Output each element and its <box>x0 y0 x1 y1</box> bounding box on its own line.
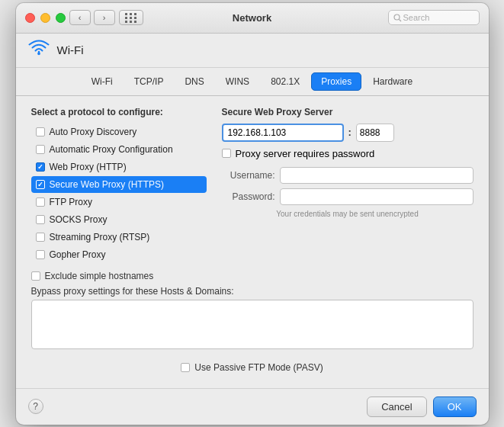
tab-8021x[interactable]: 802.1X <box>261 72 310 91</box>
protocol-list: Auto Proxy Discovery Automatic Proxy Con… <box>31 124 207 263</box>
checkbox-socks-proxy[interactable] <box>36 215 45 224</box>
protocol-name-ftp-proxy: FTP Proxy <box>50 197 92 207</box>
checkbox-gopher-proxy[interactable] <box>36 250 45 259</box>
password-input[interactable] <box>280 188 474 205</box>
requires-password-row[interactable]: Proxy server requires password <box>222 148 474 159</box>
left-column: Select a protocol to configure: Auto Pro… <box>31 107 207 263</box>
protocol-name-auto-proxy-discovery: Auto Proxy Discovery <box>50 127 137 137</box>
forward-button[interactable]: › <box>94 10 115 25</box>
main-content: Select a protocol to configure: Auto Pro… <box>16 96 489 388</box>
right-column: Secure Web Proxy Server : Proxy server r… <box>222 107 474 263</box>
checkbox-streaming-proxy[interactable] <box>36 233 45 242</box>
wifi-label: Wi-Fi <box>57 43 84 56</box>
checkbox-auto-proxy-config[interactable] <box>36 145 45 154</box>
tabs-row: Wi-Fi TCP/IP DNS WINS 802.1X Proxies Har… <box>16 68 489 96</box>
titlebar: ‹ › Network Search <box>16 3 489 34</box>
checkbox-secure-web-proxy[interactable] <box>36 180 45 189</box>
username-input[interactable] <box>280 167 474 184</box>
help-button[interactable]: ? <box>28 399 43 414</box>
passive-ftp-label: Use Passive FTP Mode (PASV) <box>194 362 323 373</box>
protocol-item-secure-web-proxy[interactable]: Secure Web Proxy (HTTPS) <box>31 176 207 193</box>
two-column-layout: Select a protocol to configure: Auto Pro… <box>31 107 474 263</box>
apps-grid-icon <box>125 13 137 23</box>
username-label: Username: <box>222 170 275 181</box>
window-title: Network <box>233 12 271 24</box>
checkbox-auto-proxy-discovery[interactable] <box>36 127 45 136</box>
protocol-name-auto-proxy-config: Automatic Proxy Configuration <box>50 144 173 155</box>
protocol-name-web-proxy: Web Proxy (HTTP) <box>50 162 127 172</box>
nav-buttons: ‹ › <box>69 10 115 25</box>
svg-line-1 <box>399 19 401 21</box>
tab-proxies[interactable]: Proxies <box>311 72 361 91</box>
passive-ftp-row[interactable]: Use Passive FTP Mode (PASV) <box>31 358 474 377</box>
maximize-button[interactable] <box>56 13 66 23</box>
apps-button[interactable] <box>119 10 143 25</box>
protocol-item-web-proxy[interactable]: Web Proxy (HTTP) <box>31 159 207 175</box>
svg-point-2 <box>37 52 40 55</box>
username-row: Username: <box>222 167 474 184</box>
bypass-textarea[interactable] <box>31 300 474 349</box>
proxy-port-input[interactable] <box>356 124 394 142</box>
tab-dns[interactable]: DNS <box>175 72 213 91</box>
tab-hardware[interactable]: Hardware <box>363 72 422 91</box>
bypass-label: Bypass proxy settings for these Hosts & … <box>31 286 474 297</box>
tab-wifi[interactable]: Wi-Fi <box>82 72 123 91</box>
colon-separator: : <box>348 127 352 138</box>
protocol-item-ftp-proxy[interactable]: FTP Proxy <box>31 194 207 210</box>
search-box[interactable]: Search <box>388 10 480 25</box>
protocol-item-streaming-proxy[interactable]: Streaming Proxy (RTSP) <box>31 229 207 246</box>
proxy-ip-input[interactable] <box>222 124 344 142</box>
protocol-item-socks-proxy[interactable]: SOCKS Proxy <box>31 211 207 228</box>
protocol-item-auto-proxy-discovery[interactable]: Auto Proxy Discovery <box>31 124 207 140</box>
protocol-name-secure-web-proxy: Secure Web Proxy (HTTPS) <box>50 179 164 190</box>
unencrypted-note: Your credentials may be sent unencrypted <box>222 210 474 218</box>
wifi-icon <box>28 40 50 61</box>
checkbox-exclude-hostnames[interactable] <box>31 271 40 281</box>
protocol-item-auto-proxy-config[interactable]: Automatic Proxy Configuration <box>31 141 207 158</box>
protocol-name-gopher-proxy: Gopher Proxy <box>50 249 106 260</box>
svg-point-0 <box>394 14 400 20</box>
proxy-server-row: : <box>222 124 474 142</box>
password-label: Password: <box>222 191 275 202</box>
password-row: Password: <box>222 188 474 205</box>
checkbox-web-proxy[interactable] <box>36 162 45 172</box>
tab-tcpip[interactable]: TCP/IP <box>124 72 174 91</box>
exclude-row[interactable]: Exclude simple hostnames <box>31 271 474 281</box>
protocol-name-socks-proxy: SOCKS Proxy <box>50 214 108 225</box>
protocol-item-gopher-proxy[interactable]: Gopher Proxy <box>31 246 207 263</box>
traffic-lights <box>25 13 66 23</box>
protocol-section-label: Select a protocol to configure: <box>31 107 207 117</box>
close-button[interactable] <box>25 13 35 23</box>
window: ‹ › Network Search Wi-Fi <box>16 3 489 425</box>
minimize-button[interactable] <box>40 13 50 23</box>
checkbox-passive-ftp[interactable] <box>181 363 190 372</box>
proxy-server-label: Secure Web Proxy Server <box>222 107 474 117</box>
ok-button[interactable]: OK <box>433 396 477 417</box>
back-button[interactable]: ‹ <box>69 10 91 25</box>
search-icon <box>393 14 402 22</box>
checkbox-requires-password[interactable] <box>222 149 231 158</box>
cancel-button[interactable]: Cancel <box>367 396 426 417</box>
bottom-section: Exclude simple hostnames Bypass proxy se… <box>31 271 474 377</box>
protocol-name-streaming-proxy: Streaming Proxy (RTSP) <box>50 232 150 242</box>
wifi-row: Wi-Fi <box>16 34 489 68</box>
tab-wins[interactable]: WINS <box>216 72 259 91</box>
footer: ? Cancel OK <box>16 388 489 425</box>
requires-password-label: Proxy server requires password <box>236 148 375 159</box>
checkbox-ftp-proxy[interactable] <box>36 197 45 207</box>
search-placeholder: Search <box>403 13 430 22</box>
exclude-hostnames-label: Exclude simple hostnames <box>45 271 154 281</box>
